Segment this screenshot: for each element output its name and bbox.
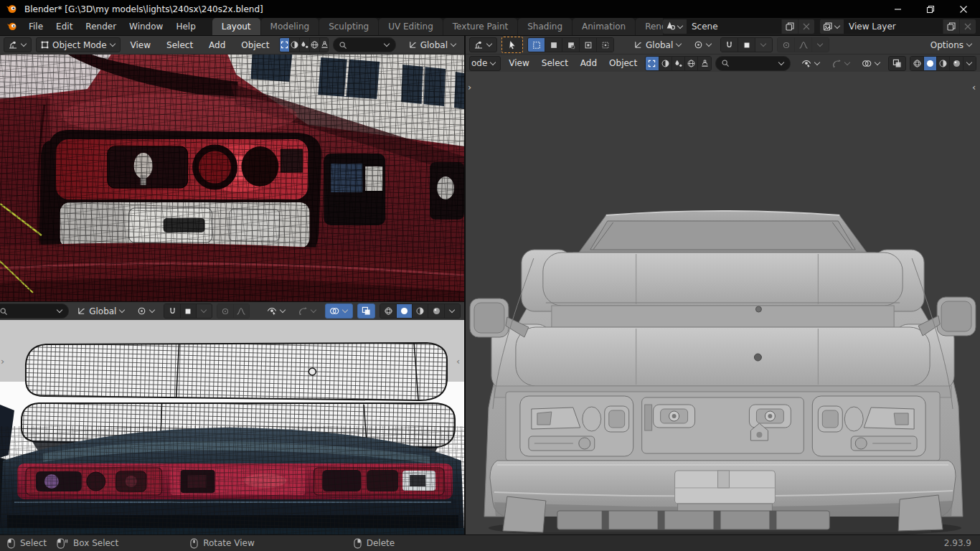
view-layer-remove-icon[interactable] <box>959 19 976 34</box>
orientation-dropdown[interactable]: Global <box>405 38 461 52</box>
select-subtract-icon[interactable] <box>562 38 580 52</box>
tab-texture-paint[interactable]: Texture Paint <box>443 18 517 35</box>
sidebar-toggle-icon[interactable]: ‹ <box>972 83 976 92</box>
snap-magnet-icon[interactable] <box>721 38 738 52</box>
snap-dropdown-chevron-icon[interactable] <box>197 304 212 318</box>
mode-dropdown[interactable]: Object Mode <box>36 37 121 52</box>
sidebar-toggle-icon[interactable]: ‹ <box>456 357 460 366</box>
proportional-falloff-icon[interactable] <box>234 304 249 318</box>
proportional-circle-icon[interactable] <box>217 304 233 318</box>
pivot-point-dropdown[interactable] <box>690 38 716 52</box>
orientation-dropdown[interactable]: Global <box>630 38 686 52</box>
toolbar-toggle-icon[interactable]: › <box>468 83 471 92</box>
gizmo-dropdown[interactable] <box>294 304 321 318</box>
tab-animation[interactable]: Animation <box>573 18 635 35</box>
scene-icon[interactable] <box>663 19 687 34</box>
menu-view[interactable]: View <box>125 40 156 50</box>
scene-name-field[interactable]: Scene <box>687 19 781 34</box>
tab-modeling[interactable]: Modeling <box>261 18 319 35</box>
menu-edit[interactable]: Edit <box>50 22 79 32</box>
tab-rendering[interactable]: Rendering <box>636 18 663 35</box>
editor-type-icon[interactable] <box>4 37 32 52</box>
shading-material-icon[interactable] <box>413 304 428 318</box>
xray-toggle[interactable] <box>888 56 906 71</box>
shading-sphere-icon[interactable] <box>290 38 300 52</box>
window-close-icon[interactable] <box>947 0 980 18</box>
proportional-falloff-icon[interactable] <box>795 38 812 52</box>
menu-object[interactable]: Object <box>235 40 275 50</box>
object-type-visibility-dropdown[interactable] <box>798 57 824 70</box>
select-extend-icon[interactable] <box>545 38 562 52</box>
menu-add[interactable]: Add <box>203 40 231 50</box>
select-intersect-icon[interactable] <box>597 38 613 52</box>
window-minimize-icon[interactable] <box>881 0 914 18</box>
proportional-chevron-icon[interactable] <box>812 38 829 52</box>
select-brackets-icon[interactable] <box>280 38 290 52</box>
object-type-visibility-dropdown[interactable] <box>263 304 290 318</box>
scene-unlink-icon[interactable] <box>798 19 814 34</box>
shading-rendered-icon[interactable] <box>428 304 444 318</box>
xray-toggle[interactable] <box>357 303 375 319</box>
fluid-drops-icon[interactable] <box>300 38 310 52</box>
snap-magnet-icon[interactable] <box>164 304 180 318</box>
pivot-point-dropdown[interactable] <box>133 304 159 318</box>
menu-object[interactable]: Object <box>605 58 641 68</box>
snap-target-icon[interactable] <box>738 38 755 52</box>
scene-new-icon[interactable] <box>781 19 798 34</box>
gizmo-dropdown[interactable] <box>828 57 854 70</box>
view-layer-icon[interactable] <box>820 19 844 34</box>
window-restore-icon[interactable] <box>914 0 947 18</box>
mode-dropdown-truncated[interactable]: ode <box>469 56 501 71</box>
menu-file[interactable]: File <box>22 22 50 32</box>
select-brackets-icon[interactable] <box>646 57 659 70</box>
shading-rendered-icon[interactable] <box>950 57 963 70</box>
world-icon[interactable] <box>310 38 320 52</box>
menu-render[interactable]: Render <box>79 22 123 32</box>
snap-dropdown-chevron-icon[interactable] <box>755 38 772 52</box>
menu-select[interactable]: Select <box>537 58 573 68</box>
blender-menu-logo-icon[interactable] <box>6 20 18 33</box>
search-input[interactable] <box>0 303 69 319</box>
snap-target-icon[interactable] <box>181 304 197 318</box>
tab-shading[interactable]: Shading <box>518 18 572 35</box>
tab-uv-editing[interactable]: UV Editing <box>379 18 443 35</box>
options-dropdown[interactable]: Options <box>927 38 976 52</box>
menu-view[interactable]: View <box>504 58 533 68</box>
shading-sphere-icon[interactable] <box>659 57 672 70</box>
editor-divider[interactable] <box>465 36 466 534</box>
select-set-icon[interactable] <box>528 38 545 52</box>
shading-solid-icon[interactable] <box>397 304 413 318</box>
brush-stamp-icon[interactable] <box>320 38 329 52</box>
proportional-circle-icon[interactable] <box>778 38 795 52</box>
viewport-3d-right[interactable]: › ‹ <box>466 72 980 534</box>
menu-select[interactable]: Select <box>161 40 199 50</box>
menu-add[interactable]: Add <box>576 58 601 68</box>
active-tool-select-box[interactable] <box>501 37 523 53</box>
shading-material-icon[interactable] <box>937 57 950 70</box>
viewport-3d-bottom-left[interactable]: › ‹ <box>0 320 465 534</box>
shading-solid-icon[interactable] <box>924 57 937 70</box>
fluid-drops-icon[interactable] <box>672 57 685 70</box>
tab-sculpting[interactable]: Sculpting <box>319 18 378 35</box>
toolbar-toggle-icon[interactable]: › <box>1 69 4 77</box>
editor-type-icon[interactable] <box>469 37 497 52</box>
view-layer-new-icon[interactable] <box>943 19 959 34</box>
shading-chevron-icon[interactable] <box>445 304 460 318</box>
orientation-dropdown[interactable]: Global <box>73 304 129 318</box>
shading-wireframe-icon[interactable] <box>380 304 396 318</box>
overlays-dropdown[interactable] <box>858 57 885 70</box>
toolbar-toggle-icon[interactable]: › <box>1 357 4 366</box>
menu-help[interactable]: Help <box>169 22 202 32</box>
tab-layout[interactable]: Layout <box>212 18 260 35</box>
world-icon[interactable] <box>685 57 698 70</box>
brush-stamp-icon[interactable] <box>698 57 710 70</box>
select-invert-icon[interactable] <box>580 38 597 52</box>
search-input[interactable] <box>715 56 791 71</box>
search-input[interactable] <box>333 37 396 52</box>
viewport-3d-top-left[interactable]: › <box>0 55 465 301</box>
view-layer-name-field[interactable]: View Layer <box>844 19 943 34</box>
menu-window[interactable]: Window <box>123 22 169 32</box>
shading-chevron-icon[interactable] <box>963 57 976 70</box>
overlays-dropdown[interactable] <box>325 303 353 319</box>
shading-wireframe-icon[interactable] <box>910 57 923 70</box>
